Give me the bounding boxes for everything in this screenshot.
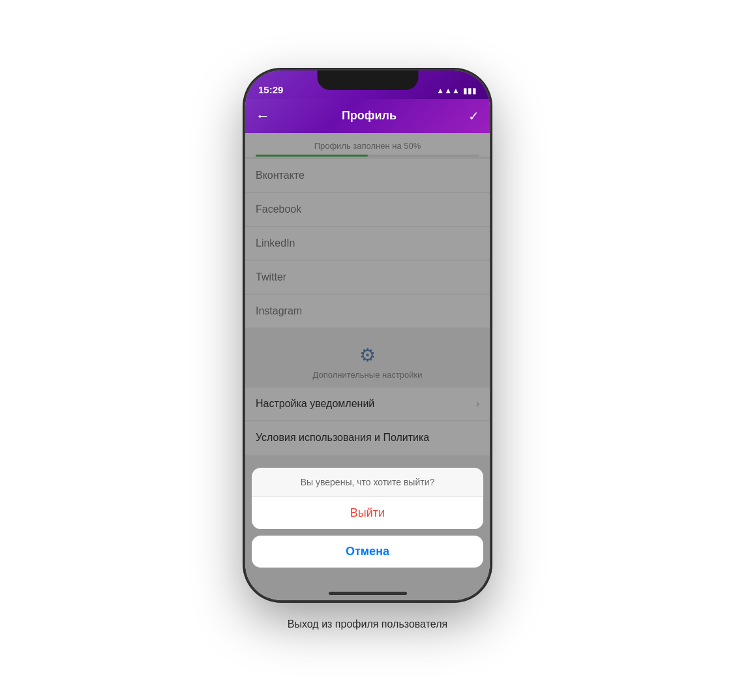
back-button[interactable]: ← [256,108,270,125]
page-title: Профиль [342,109,397,123]
page-wrapper: 15:29 ▲▲▲ ▮▮▮ ← Профиль ✓ Профиль заполн… [245,70,490,630]
alert-overlay: Вы уверены, что хотите выйти? Выйти Отме… [245,468,490,600]
save-button[interactable]: ✓ [468,108,479,124]
alert-container: Вы уверены, что хотите выйти? Выйти Отме… [252,468,483,568]
home-indicator [329,592,407,595]
alert-message: Вы уверены, что хотите выйти? [252,468,483,497]
logout-button[interactable]: Выйти [252,497,483,529]
phone-screen: 15:29 ▲▲▲ ▮▮▮ ← Профиль ✓ Профиль заполн… [245,70,490,600]
alert-main: Вы уверены, что хотите выйти? Выйти [252,468,483,529]
phone-shell: 15:29 ▲▲▲ ▮▮▮ ← Профиль ✓ Профиль заполн… [245,70,490,600]
caption: Выход из профиля пользователя [288,618,447,630]
cancel-button[interactable]: Отмена [252,536,483,568]
wifi-icon: ▲▲▲ [436,86,460,95]
status-icons: ▲▲▲ ▮▮▮ [436,86,477,95]
battery-icon: ▮▮▮ [463,86,477,95]
app-header: ← Профиль ✓ [245,99,490,133]
content-area: Профиль заполнен на 50% [245,133,490,600]
notch [317,70,418,90]
